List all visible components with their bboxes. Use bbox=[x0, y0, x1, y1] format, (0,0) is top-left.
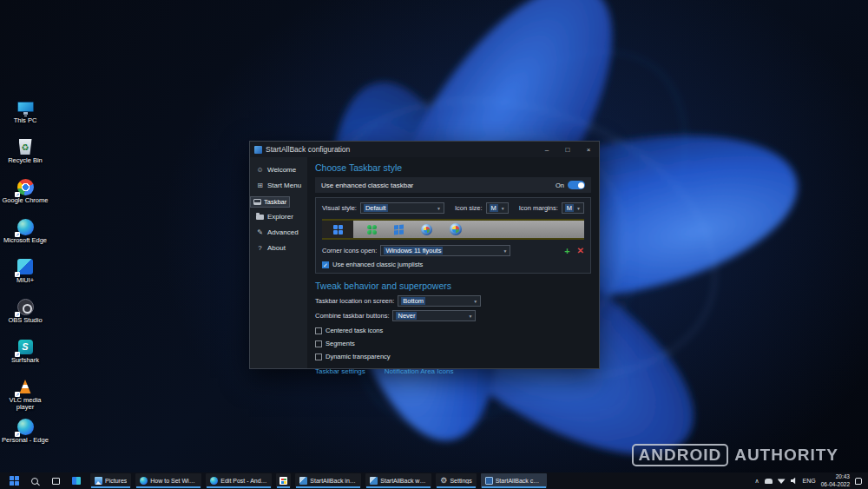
icon-margins-dropdown[interactable]: M ▼ bbox=[562, 202, 584, 214]
sidebar-item-start-menu[interactable]: ⊞ Start Menu bbox=[250, 177, 307, 193]
preview-classic-styles bbox=[353, 221, 584, 238]
dynamic-transparency-checkbox[interactable] bbox=[315, 354, 322, 360]
taskbar-button-sab-configuration[interactable]: StartAllBack configu... bbox=[481, 473, 547, 488]
edge-icon bbox=[210, 477, 218, 485]
add-button[interactable]: + bbox=[564, 246, 569, 256]
maximize-button[interactable]: □ bbox=[557, 142, 578, 157]
image-file-icon bbox=[299, 477, 307, 485]
sidebar-item-label: Advanced bbox=[267, 228, 299, 236]
taskbar-button-edge-edit-post[interactable]: Edit Post - Android ... bbox=[206, 473, 272, 488]
section-heading-tweak-behavior: Tweak behavior and superpowers bbox=[315, 281, 591, 291]
footer-links: Taskbar settings Notification Area Icons bbox=[315, 367, 591, 375]
icon-size-label: Icon size: bbox=[455, 204, 483, 212]
corner-icons-dropdown[interactable]: Windows 11 flyouts ▼ bbox=[380, 245, 510, 256]
jumplists-checkbox-label: Use enhanced classic jumplists bbox=[332, 261, 423, 268]
remove-button[interactable]: ✕ bbox=[577, 246, 584, 255]
tray-expand-chevron-icon[interactable]: ∧ bbox=[754, 478, 759, 485]
system-taskbar: Pictures How to Set Windo... Edit Post -… bbox=[0, 472, 868, 489]
taskbar-button-windows-legacy[interactable] bbox=[276, 473, 291, 488]
chevron-down-icon: ▼ bbox=[576, 206, 581, 211]
startallback-config-window: StartAllBack configuration – □ × ☺ Welco… bbox=[249, 141, 600, 369]
chevron-down-icon: ▼ bbox=[437, 206, 441, 211]
windows-11-logo-icon bbox=[333, 225, 343, 235]
taskbar-button-pictures[interactable]: Pictures bbox=[90, 473, 131, 488]
wifi-icon[interactable] bbox=[778, 478, 786, 484]
corner-icons-label: Corner icons open: bbox=[322, 247, 377, 254]
centered-icons-checkbox[interactable] bbox=[315, 327, 322, 334]
visual-style-dropdown[interactable]: Default ▼ bbox=[360, 202, 444, 214]
desktop-icon-microsoft-edge[interactable]: ↗ Microsoft Edge bbox=[0, 217, 50, 257]
windows-start-icon bbox=[10, 476, 19, 486]
widgets-button[interactable] bbox=[67, 473, 86, 488]
minimize-button[interactable]: – bbox=[536, 142, 557, 157]
taskbar-settings-link[interactable]: Taskbar settings bbox=[315, 367, 365, 375]
desktop-icon-obs-studio[interactable]: ↗ OBS Studio bbox=[0, 297, 50, 337]
segments-checkbox[interactable] bbox=[315, 340, 322, 347]
taskbar-button-sab-welcome[interactable]: StartAllBack welcom... bbox=[365, 473, 431, 488]
sidebar-item-welcome[interactable]: ☺ Welcome bbox=[250, 162, 307, 177]
shortcut-arrow-icon: ↗ bbox=[15, 312, 20, 317]
sidebar-item-about[interactable]: ? About bbox=[250, 240, 307, 255]
desktop-icon-surfshark[interactable]: S ↗ Surfshark bbox=[0, 337, 50, 377]
icon-size-dropdown[interactable]: M ▼ bbox=[486, 202, 509, 214]
taskbar-button-settings[interactable]: ⚙ Settings bbox=[436, 473, 476, 488]
desktop-icon-label: MIUI+ bbox=[16, 277, 34, 284]
surfshark-icon: S bbox=[18, 340, 33, 354]
folder-icon bbox=[256, 213, 264, 220]
section-heading-taskbar-style: Choose Taskbar style bbox=[315, 162, 591, 173]
sidebar-item-label: Explorer bbox=[267, 213, 293, 221]
question-icon: ? bbox=[256, 244, 264, 252]
close-button[interactable]: × bbox=[578, 142, 599, 157]
desktop-icon-google-chrome[interactable]: ↗ Google Chrome bbox=[0, 177, 50, 217]
volume-icon[interactable] bbox=[791, 478, 798, 485]
centered-icons-checkbox-row: Centered task icons bbox=[315, 327, 591, 334]
combine-buttons-dropdown[interactable]: Never ▼ bbox=[392, 310, 476, 321]
toggle-state-label: On bbox=[556, 182, 564, 189]
notification-icon bbox=[855, 478, 862, 485]
taskbar-location-dropdown[interactable]: Bottom ▼ bbox=[398, 295, 481, 307]
start-button[interactable] bbox=[4, 473, 23, 488]
notification-area-icons-link[interactable]: Notification Area Icons bbox=[385, 367, 454, 375]
desktop-icon-column: This PC ♻ Recycle Bin ↗ Google Chrome ↗ … bbox=[0, 97, 50, 457]
sidebar-item-label: Start Menu bbox=[267, 182, 301, 189]
startallback-clover-icon[interactable] bbox=[367, 225, 377, 235]
icon-margins-label: Icon margins: bbox=[519, 204, 558, 212]
windows-8-logo-icon[interactable] bbox=[394, 224, 404, 235]
visual-style-label: Visual style: bbox=[322, 204, 357, 212]
shortcut-arrow-icon: ↗ bbox=[15, 392, 20, 397]
sidebar-item-advanced[interactable]: ✎ Advanced bbox=[250, 224, 307, 240]
jumplists-checkbox-row: ✓ Use enhanced classic jumplists bbox=[322, 261, 584, 268]
window-titlebar[interactable]: StartAllBack configuration – □ × bbox=[250, 142, 599, 157]
search-button[interactable] bbox=[25, 473, 44, 488]
jumplists-checkbox[interactable]: ✓ bbox=[322, 261, 329, 268]
chevron-down-icon: ▼ bbox=[503, 248, 507, 254]
sidebar-item-taskbar[interactable]: Taskbar bbox=[250, 196, 290, 208]
task-view-button[interactable] bbox=[46, 473, 65, 488]
search-icon bbox=[31, 478, 38, 485]
desktop-icon-personal-edge[interactable]: ↗ Personal - Edge bbox=[0, 417, 50, 457]
desktop-icon-this-pc[interactable]: This PC bbox=[0, 97, 50, 137]
shortcut-arrow-icon: ↗ bbox=[15, 352, 20, 357]
windows-7-orb-icon[interactable] bbox=[421, 224, 432, 235]
enhanced-taskbar-toggle[interactable] bbox=[568, 181, 585, 189]
windows-vista-orb-icon[interactable] bbox=[450, 223, 462, 235]
desktop-icon-label: This PC bbox=[14, 117, 37, 124]
taskbar-button-edge-how-to[interactable]: How to Set Windo... bbox=[135, 473, 201, 488]
clock[interactable]: 20:43 06-04-2022 bbox=[821, 473, 850, 487]
sidebar-item-label: Welcome bbox=[267, 166, 296, 174]
preview-style-windows11[interactable] bbox=[322, 221, 353, 238]
language-indicator[interactable]: ENG bbox=[803, 478, 816, 484]
toggle-row-label: Use enhanced classic taskbar bbox=[321, 182, 556, 189]
desktop-icon-miui-plus[interactable]: ↗ MIUI+ bbox=[0, 257, 50, 297]
desktop-icon-vlc[interactable]: ↗ VLC media player bbox=[0, 377, 50, 417]
onedrive-icon[interactable] bbox=[765, 479, 773, 484]
notification-center-button[interactable] bbox=[855, 478, 862, 485]
sidebar-item-explorer[interactable]: Explorer bbox=[250, 208, 307, 224]
desktop-icon-label: OBS Studio bbox=[8, 317, 42, 324]
enhanced-taskbar-toggle-row: Use enhanced classic taskbar On bbox=[315, 177, 591, 193]
widgets-icon bbox=[72, 477, 81, 485]
shortcut-arrow-icon: ↗ bbox=[15, 272, 20, 277]
taskbar-button-sab-installation[interactable]: StartAllBack installat... bbox=[295, 473, 361, 488]
taskbar-style-preview-strip[interactable] bbox=[322, 219, 584, 240]
desktop-icon-recycle-bin[interactable]: ♻ Recycle Bin bbox=[0, 137, 50, 177]
